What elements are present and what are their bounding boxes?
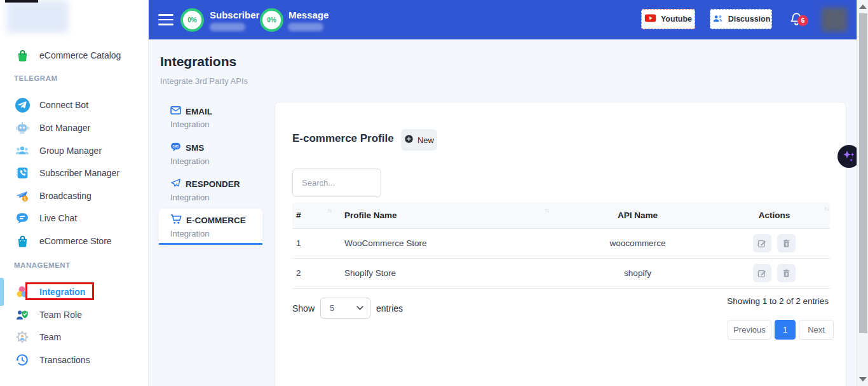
column-header-api-name[interactable]: API Name	[557, 203, 719, 228]
gear-person-icon	[14, 329, 31, 345]
sidebar-item-integration[interactable]: Integration	[0, 283, 149, 301]
sidebar-item-label: Connect Bot	[39, 100, 88, 110]
shopping-bag-green-icon	[14, 47, 31, 64]
history-clock-icon	[14, 352, 31, 368]
discussion-button-label: Discussion	[728, 15, 771, 24]
row-number-cell: 2	[292, 258, 341, 288]
entries-label: entries	[376, 303, 403, 314]
message-stat-value-blurred	[288, 23, 323, 31]
search-input[interactable]	[292, 169, 381, 197]
chat-bubble-icon	[14, 210, 31, 226]
person-shield-icon	[14, 307, 31, 323]
table-row: 2 Shopify Store shopify	[292, 258, 830, 288]
sidebar-item-connect-bot[interactable]: Connect Bot	[0, 96, 149, 114]
sparkles-icon	[841, 149, 857, 164]
subnav-item-title: SMS	[186, 143, 204, 153]
sort-icon[interactable]: ↑↓	[545, 207, 549, 214]
table-header-row: #↑↓ Profile Name↑↓ API Name Actions↑↓	[292, 203, 830, 228]
sidebar-item-label: Live Chat	[39, 213, 77, 223]
hamburger-menu-icon[interactable]	[158, 14, 173, 25]
subnav-item-responder[interactable]: RESPONDER Integration	[170, 178, 266, 202]
page-title: Integrations	[160, 54, 236, 69]
sidebar-item-ecommerce-store[interactable]: eCommerce Store	[0, 232, 149, 250]
sidebar-item-group-manager[interactable]: Group Manager	[0, 142, 149, 160]
delete-button[interactable]	[777, 234, 796, 252]
telegram-icon	[14, 97, 31, 113]
youtube-button-label: Youtube	[661, 15, 692, 24]
logo-top-bar	[5, 0, 38, 3]
people-group-icon	[14, 142, 31, 159]
vertical-scrollbar[interactable]	[857, 0, 868, 386]
subnav-item-email[interactable]: EMAIL Integration	[170, 106, 266, 129]
sort-icon[interactable]: ↑↓	[824, 205, 829, 212]
ecommerce-profile-panel: E-commerce Profile New #↑↓ Profile Name↑…	[275, 102, 846, 386]
table-row: 1 WooCommerce Store woocommerce	[292, 228, 830, 258]
entries-summary: Showing 1 to 2 of 2 entries	[727, 296, 829, 306]
subnav-item-ecommerce[interactable]: E-COMMERCE Integration	[170, 214, 266, 238]
sidebar-item-ecommerce-catalog[interactable]: eCommerce Catalog	[0, 46, 149, 64]
current-page-button[interactable]: 1	[775, 320, 796, 340]
sidebar-section-telegram: TELEGRAM	[14, 74, 58, 82]
sidebar-item-team[interactable]: Team	[0, 328, 149, 346]
scroll-down-arrow[interactable]	[859, 377, 867, 382]
next-page-button[interactable]: Next	[799, 320, 834, 340]
profiles-table: #↑↓ Profile Name↑↓ API Name Actions↑↓ 1 …	[292, 203, 830, 289]
sidebar-item-label: Broadcasting	[39, 191, 92, 201]
sidebar-item-label: eCommerce Store	[39, 236, 112, 246]
scrollbar-thumb[interactable]	[859, 13, 867, 333]
svg-text:SMS: SMS	[173, 145, 179, 148]
notification-count-badge[interactable]: 6	[797, 15, 808, 26]
sidebar-item-bot-manager[interactable]: Bot Manager	[0, 119, 149, 137]
sidebar-item-subscriber-manager[interactable]: Subscriber Manager	[0, 164, 149, 182]
trash-icon	[782, 238, 791, 249]
subnav-item-subtitle: Integration	[170, 120, 266, 129]
shopping-bag-blue-icon	[14, 233, 31, 249]
subnav-item-subtitle: Integration	[170, 229, 266, 238]
sidebar: eCommerce Catalog TELEGRAM Connect Bot B…	[0, 0, 149, 386]
discussion-button[interactable]: Discussion	[710, 9, 772, 29]
color-circles-icon	[14, 284, 31, 300]
subnav-item-title: EMAIL	[186, 107, 212, 116]
app-logo[interactable]	[6, 0, 69, 33]
edit-pencil-icon	[757, 238, 767, 249]
scroll-up-arrow[interactable]	[859, 4, 867, 9]
column-header-profile-name[interactable]: Profile Name↑↓	[341, 203, 557, 228]
edit-button[interactable]	[753, 234, 771, 252]
sidebar-item-broadcasting[interactable]: 1 Broadcasting	[0, 187, 149, 205]
new-profile-button[interactable]: New	[401, 129, 437, 151]
sort-icon[interactable]: ↑↓	[327, 207, 332, 214]
trash-icon	[782, 268, 791, 279]
delete-button[interactable]	[777, 264, 796, 282]
contact-book-phone-icon	[14, 165, 31, 181]
sidebar-item-label: Bot Manager	[39, 123, 90, 133]
edit-button[interactable]	[753, 264, 771, 282]
sidebar-item-live-chat[interactable]: Live Chat	[0, 209, 149, 227]
message-progress-ring: 0%	[260, 8, 283, 32]
pagination: Previous 1 Next	[728, 320, 834, 340]
show-label: Show	[292, 303, 315, 314]
subnav-item-sms[interactable]: SMS SMS Integration	[170, 142, 266, 166]
sidebar-item-label: Subscriber Manager	[39, 168, 119, 178]
message-stat-label: Message	[288, 10, 329, 20]
column-header-number[interactable]: #↑↓	[292, 203, 341, 228]
sidebar-item-team-role[interactable]: Team Role	[0, 306, 149, 324]
subnav-item-subtitle: Integration	[170, 193, 266, 202]
svg-text:1: 1	[24, 196, 26, 201]
sidebar-item-transactions[interactable]: Transactions	[0, 351, 149, 369]
user-avatar[interactable]	[822, 8, 847, 32]
robot-icon	[14, 120, 31, 136]
profile-name-cell: WooCommerce Store	[341, 228, 557, 258]
page-subtitle: Integrate 3rd Party APIs	[160, 76, 248, 86]
entries-select[interactable]: 5	[320, 298, 370, 319]
broadcast-plane-icon: 1	[14, 188, 31, 204]
panel-heading: E-commerce Profile	[292, 132, 394, 145]
main-content: Integrations Integrate 3rd Party APIs EM…	[149, 39, 857, 386]
sidebar-item-label: Integration	[39, 287, 85, 297]
youtube-button[interactable]: Youtube	[641, 9, 695, 29]
previous-page-button[interactable]: Previous	[728, 320, 771, 340]
sidebar-item-label: eCommerce Catalog	[39, 50, 121, 60]
plus-circle-icon	[404, 134, 414, 146]
api-name-cell: shopify	[557, 258, 719, 288]
column-header-actions[interactable]: Actions↑↓	[719, 203, 830, 228]
paper-plane-icon	[170, 178, 181, 190]
